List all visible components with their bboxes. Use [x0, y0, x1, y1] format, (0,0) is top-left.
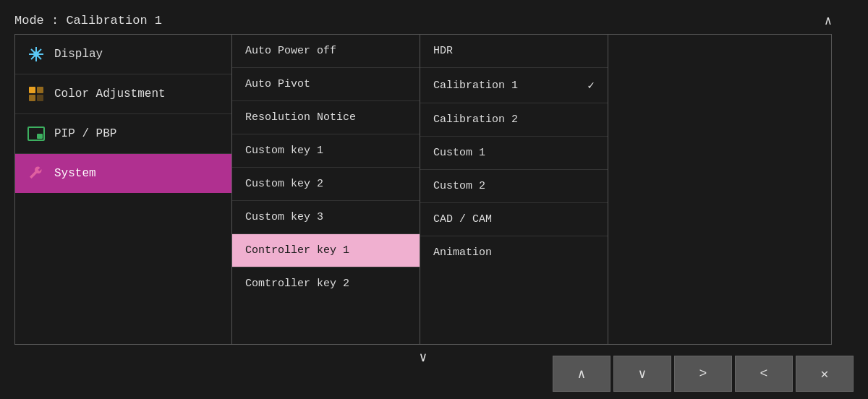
svg-rect-10 — [37, 134, 43, 139]
sidebar-item-system[interactable]: System — [15, 154, 231, 193]
down-arrow[interactable]: ∨ — [420, 349, 427, 365]
bottom-controls: ∧ ∨ > < ✕ — [553, 356, 854, 392]
hdr-label: HDR — [433, 45, 453, 57]
custom-key-3-label: Custom key 3 — [245, 211, 323, 223]
svg-rect-6 — [37, 87, 43, 93]
custom-2-label: Custom 2 — [433, 180, 485, 192]
animation-label: Animation — [433, 246, 492, 259]
extra-column — [608, 35, 831, 344]
sidebar-item-color-adjustment[interactable]: Color Adjustment — [15, 74, 231, 114]
mode-label: Mode : Calibration 1 — [14, 14, 162, 27]
sidebar-item-display[interactable]: Display — [15, 35, 231, 74]
display-label: Display — [54, 48, 103, 61]
display-icon — [27, 45, 46, 64]
color-adjustment-label: Color Adjustment — [54, 87, 166, 100]
svg-rect-7 — [29, 95, 35, 101]
mid-column: Auto Power off Auto Pivot Resolution Not… — [232, 35, 420, 344]
sub-item-custom-key-3[interactable]: Custom key 3 — [232, 201, 420, 234]
auto-pivot-label: Auto Pivot — [245, 78, 310, 90]
option-item-custom-1[interactable]: Custom 1 — [420, 137, 608, 170]
svg-rect-8 — [37, 95, 43, 101]
ctrl-left-icon: < — [760, 366, 768, 381]
ctrl-up-icon: ∧ — [578, 366, 586, 382]
controller-key-1-label: Controller key 1 — [245, 244, 349, 257]
option-item-animation[interactable]: Animation — [420, 236, 608, 269]
pip-pbp-label: PIP / PBP — [54, 127, 116, 140]
ctrl-down-button[interactable]: ∨ — [613, 356, 671, 392]
menu-wrapper: Display Color Adjustment — [14, 34, 832, 345]
option-item-calibration-1[interactable]: Calibration 1 ✓ — [420, 68, 608, 103]
sub-item-controller-key-1[interactable]: Controller key 1 — [232, 234, 420, 267]
option-item-calibration-2[interactable]: Calibration 2 — [420, 103, 608, 137]
ctrl-left-button[interactable]: < — [735, 356, 793, 392]
main-container: Mode : Calibration 1 ∧ Display — [0, 0, 868, 399]
option-item-cad-cam[interactable]: CAD / CAM — [420, 203, 608, 236]
sub-item-auto-power-off[interactable]: Auto Power off — [232, 35, 420, 68]
calibration-1-label: Calibration 1 — [433, 80, 518, 92]
resolution-notice-label: Resolution Notice — [245, 111, 356, 124]
color-icon — [27, 85, 46, 103]
left-column: Display Color Adjustment — [15, 35, 232, 344]
sub-item-custom-key-2[interactable]: Custom key 2 — [232, 168, 420, 201]
system-icon — [27, 164, 46, 183]
sidebar-item-pip-pbp[interactable]: PIP / PBP — [15, 114, 231, 154]
ctrl-close-button[interactable]: ✕ — [796, 356, 854, 392]
auto-power-off-label: Auto Power off — [245, 45, 336, 57]
ctrl-right-button[interactable]: > — [674, 356, 732, 392]
custom-key-1-label: Custom key 1 — [245, 145, 323, 157]
ctrl-right-icon: > — [699, 366, 707, 381]
ctrl-close-icon: ✕ — [821, 366, 829, 382]
svg-rect-5 — [29, 87, 35, 93]
pip-icon — [27, 124, 46, 143]
sub-item-controller-key-2[interactable]: Comtroller key 2 — [232, 267, 420, 300]
custom-1-label: Custom 1 — [433, 147, 485, 159]
option-item-custom-2[interactable]: Custom 2 — [420, 170, 608, 203]
custom-key-2-label: Custom key 2 — [245, 178, 323, 190]
ctrl-up-button[interactable]: ∧ — [553, 356, 610, 392]
calibration-2-label: Calibration 2 — [433, 113, 518, 126]
right-column: HDR Calibration 1 ✓ Calibration 2 Custom… — [420, 35, 608, 344]
sub-item-resolution-notice[interactable]: Resolution Notice — [232, 101, 420, 134]
sub-item-auto-pivot[interactable]: Auto Pivot — [232, 68, 420, 101]
option-item-hdr[interactable]: HDR — [420, 35, 608, 68]
system-label: System — [54, 167, 96, 180]
cad-cam-label: CAD / CAM — [433, 213, 492, 226]
mode-bar: Mode : Calibration 1 ∧ — [14, 7, 832, 34]
controller-key-2-label: Comtroller key 2 — [245, 278, 349, 290]
calibration-1-checkmark: ✓ — [587, 78, 595, 93]
sub-item-custom-key-1[interactable]: Custom key 1 — [232, 134, 420, 168]
ctrl-down-icon: ∨ — [639, 366, 647, 382]
mode-up-arrow[interactable]: ∧ — [825, 13, 832, 28]
